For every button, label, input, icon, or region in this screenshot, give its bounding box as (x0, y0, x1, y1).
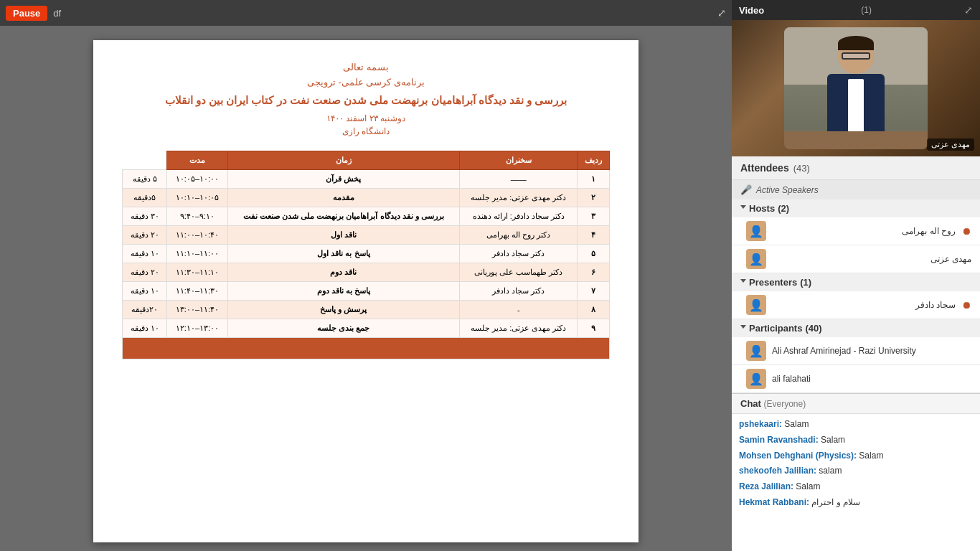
video-expand-icon[interactable]: ⤢ (964, 4, 973, 16)
row-duration: ۱۰ دقیقه (123, 282, 167, 301)
participant-name: ali falahati (772, 374, 971, 384)
row-time: ۱۰:۰۰–۱۰:۰۵ (167, 170, 227, 189)
hosts-label: Hosts (749, 203, 775, 214)
schedule-table: ردیف سخنران زمان مدت ۱——پخش قرآن۱۰:۰۰–۱۰… (122, 151, 610, 359)
chat-text: Salam (782, 419, 809, 429)
presenter-row-1: 👤 سجاد دادفر ⏺ (732, 291, 980, 319)
row-time: ۱۱:۴۰–۱۳:۰۰ (167, 301, 227, 319)
chat-sender: pshekaari: (739, 419, 782, 429)
right-panel: Video (1) ⤢ (732, 0, 980, 551)
row-duration: ۲۰دقیقه (123, 301, 167, 319)
participant-row: 👤Ali Ashraf Amirinejad - Razi University (732, 337, 980, 365)
row-duration: ۳۰ دقیقه (123, 207, 167, 226)
video-count: (1) (861, 5, 872, 15)
chat-sender: Reza Jalilian: (739, 481, 793, 491)
row-speaker: دکتر سجاد دادفر (460, 282, 578, 301)
row-topic: ناقد اول (227, 226, 460, 245)
table-row: ۲دکتر مهدی عزتی: مدیر جلسهمقدمه۱۰:۰۵–۱۰:… (123, 189, 610, 207)
row-time: ۱۰:۰۵–۱۰:۱۰ (167, 189, 227, 207)
chat-header: Chat (Everyone) (732, 394, 980, 414)
row-duration: ۲۰ دقیقه (123, 226, 167, 245)
video-feed: مهدی عزتی (732, 20, 980, 156)
row-time: ۱۰:۴۰–۱۱:۰۰ (167, 226, 227, 245)
chat-sender: Samin Ravanshadi: (739, 435, 819, 445)
presenter-avatar-1: 👤 (746, 295, 766, 315)
participant-row: 👤ali falahati (732, 365, 980, 393)
filename-label: df (53, 8, 61, 19)
row-duration: ۵ دقیقه (123, 170, 167, 189)
chat-audience: (Everyone) (764, 399, 806, 409)
table-row: ۱——پخش قرآن۱۰:۰۰–۱۰:۰۵۵ دقیقه (123, 170, 610, 189)
table-row: ۹دکتر مهدی عزتی: مدیر جلسهجمع بندی جلسه۱… (123, 319, 610, 338)
participants-group-header[interactable]: Participants (40) (732, 319, 980, 337)
pdf-page: بسمه تعالی برنامه‌ی کرسی علمی- ترویجی بر… (93, 40, 639, 542)
chat-text: سلام و احترام (809, 497, 860, 507)
host-row-1: 👤 روح اله بهرامی ⏺ (732, 217, 980, 245)
date-text: دوشنبه ۲۳ اسفند ۱۴۰۰ (122, 113, 610, 123)
table-footer-row (123, 338, 610, 359)
row-speaker: دکتر طهماسب علی پوریانی (460, 263, 578, 282)
participant-name: Ali Ashraf Amirinejad - Razi University (772, 346, 971, 356)
presenters-count: (1) (800, 277, 811, 288)
attendees-header: Attendees (43) (732, 156, 980, 180)
attendees-count: (43) (793, 163, 810, 174)
presenters-group-header[interactable]: Presenters (1) (732, 273, 980, 291)
attendees-section[interactable]: Attendees (43) 🎤 Active Speakers Hosts (… (732, 156, 980, 393)
participants-label: Participants (749, 323, 802, 334)
participant-avatar: 👤 (746, 369, 766, 389)
row-topic: پخش قرآن (227, 170, 460, 189)
row-time: ۱۱:۳۰–۱۱:۴۰ (167, 282, 227, 301)
chat-message: Mohsen Dehghani (Physics): Salam (739, 450, 973, 462)
table-row: ۴دکتر روح اله بهرامیناقد اول۱۰:۴۰–۱۱:۰۰۲… (123, 226, 610, 245)
hosts-group-header[interactable]: Hosts (2) (732, 199, 980, 217)
video-feed-inner (732, 20, 980, 156)
participants-triangle-icon (740, 325, 746, 331)
row-topic: ناقد دوم (227, 263, 460, 282)
chat-text: Salam (819, 435, 845, 445)
table-row: ۷دکتر سجاد دادفرپاسخ به ناقد دوم۱۱:۳۰–۱۱… (123, 282, 610, 301)
chat-text: salam (816, 466, 842, 476)
subtitle-text: برنامه‌ی کرسی علمی- ترویجی (122, 77, 610, 88)
row-duration: ۵دقیقه (123, 189, 167, 207)
chat-section: Chat (Everyone) pshekaari: SalamSamin Ra… (732, 393, 980, 551)
chat-message: Reza Jalilian: Salam (739, 481, 973, 493)
row-num: ۶ (578, 263, 610, 282)
row-topic: پرسش و پاسخ (227, 301, 460, 319)
presenter-record-icon-1: ⏺ (961, 299, 971, 311)
participants-list: 👤Ali Ashraf Amirinejad - Razi University… (732, 337, 980, 393)
row-topic: پاسخ به ناقد اول (227, 245, 460, 263)
chat-sender: shekoofeh Jalilian: (739, 466, 816, 476)
chat-messages[interactable]: pshekaari: SalamSamin Ravanshadi: SalamM… (732, 414, 980, 551)
active-speakers-row: 🎤 Active Speakers (732, 180, 980, 199)
main-title-text: بررسی و نقد دیدگاه آبراهامیان برنهضت ملی… (122, 92, 610, 109)
table-row: ۶دکتر طهماسب علی پوریانیناقد دوم۱۱:۱۰–۱۱… (123, 263, 610, 282)
host-avatar-1: 👤 (746, 221, 766, 241)
row-duration: ۲۰ دقیقه (123, 263, 167, 282)
expand-icon[interactable]: ⤢ (717, 7, 726, 19)
col-header-speaker: سخنران (460, 151, 578, 170)
row-speaker: دکتر روح اله بهرامی (460, 226, 578, 245)
hosts-triangle-icon (740, 205, 746, 212)
pdf-header: بسمه تعالی برنامه‌ی کرسی علمی- ترویجی بر… (122, 62, 610, 136)
row-topic: جمع بندی جلسه (227, 319, 460, 338)
row-num: ۷ (578, 282, 610, 301)
col-header-num: ردیف (578, 151, 610, 170)
attendees-title: Attendees (740, 162, 789, 174)
chat-message: Samin Ravanshadi: Salam (739, 434, 973, 446)
row-speaker: دکتر سجاد دادفر: ارائه دهنده (460, 207, 578, 226)
chat-title: Chat (740, 398, 761, 409)
row-duration: ۱۰ دقیقه (123, 319, 167, 338)
host-row-2: 👤 مهدی عزتی (732, 245, 980, 273)
video-label: Video (739, 5, 764, 16)
host-name-1: روح اله بهرامی (772, 226, 956, 236)
chat-text: Salam (793, 481, 820, 491)
video-header: Video (1) ⤢ (732, 0, 980, 20)
row-duration: ۱۰ دقیقه (123, 245, 167, 263)
row-speaker: دکتر مهدی عزتی: مدیر جلسه (460, 189, 578, 207)
chat-sender: Mohsen Dehghani (Physics): (739, 451, 857, 461)
chat-message: shekoofeh Jalilian: salam (739, 465, 973, 477)
pause-button[interactable]: Pause (6, 6, 47, 21)
row-time: ۱۱:۱۰–۱۱:۳۰ (167, 263, 227, 282)
presenter-name-tag: مهدی عزتی (927, 138, 974, 151)
chat-message: Hekmat Rabbani: سلام و احترام (739, 496, 973, 509)
